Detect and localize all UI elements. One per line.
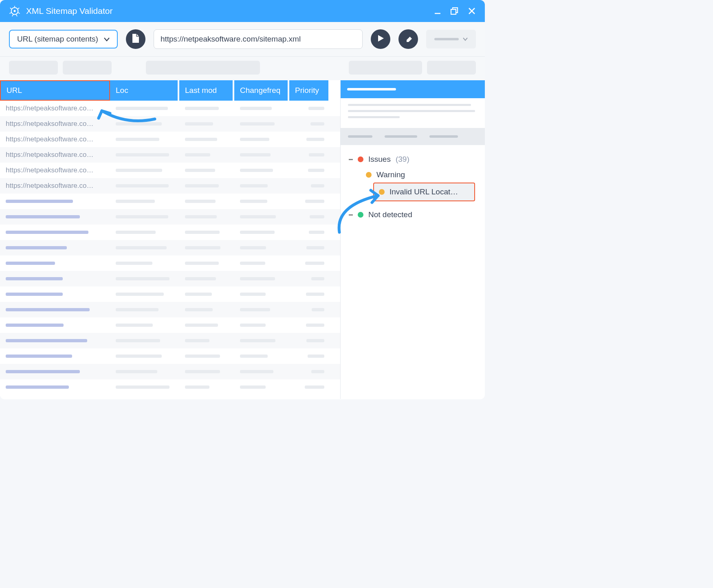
tree-node-not-detected[interactable]: Not detected	[345, 207, 481, 222]
cell-changefreq	[234, 107, 289, 110]
minimize-icon[interactable]	[433, 6, 442, 16]
table-row[interactable]	[0, 317, 340, 333]
cell-priority	[289, 215, 330, 218]
placeholder-bar	[348, 104, 471, 106]
cell-lastmod	[179, 355, 234, 358]
sidebar-tab[interactable]	[429, 135, 458, 138]
table-row[interactable]	[0, 286, 340, 302]
results-table: URL Loc Last mod Changefreq Priority htt…	[0, 80, 340, 399]
cell-url	[0, 200, 110, 203]
table-row[interactable]	[0, 209, 340, 225]
cell-url	[0, 293, 110, 296]
cell-loc	[110, 122, 179, 126]
cell-lastmod	[179, 122, 234, 126]
placeholder-bar	[434, 38, 459, 40]
filter-chip[interactable]	[427, 61, 476, 75]
cell-priority	[289, 385, 330, 389]
url-input-wrap	[154, 29, 363, 49]
cell-url: https://netpeaksoftware.co…	[0, 151, 110, 159]
table-row[interactable]: https://netpeaksoftware.co…	[0, 147, 340, 163]
column-header-url[interactable]: URL	[0, 80, 110, 101]
cell-priority	[289, 169, 330, 172]
filter-chip[interactable]	[146, 61, 260, 75]
table-row[interactable]: https://netpeaksoftware.co…	[0, 132, 340, 147]
cell-lastmod	[179, 262, 234, 265]
cell-lastmod	[179, 308, 234, 311]
cell-loc	[110, 370, 179, 373]
column-header-priority[interactable]: Priority	[289, 80, 330, 101]
filter-chip[interactable]	[9, 61, 58, 75]
cell-loc	[110, 277, 179, 280]
invalid-url-label: Invalid URL Locat…	[390, 187, 458, 196]
table-row[interactable]: https://netpeaksoftware.co…	[0, 178, 340, 194]
cell-loc	[110, 324, 179, 327]
table-row[interactable]	[0, 364, 340, 379]
cell-changefreq	[234, 231, 289, 234]
svg-line-4	[10, 8, 12, 9]
collapse-icon	[349, 159, 353, 160]
warning-label: Warning	[376, 170, 405, 179]
table-row[interactable]	[0, 225, 340, 240]
cell-url	[0, 324, 110, 327]
cell-url	[0, 262, 110, 265]
cell-priority	[289, 246, 330, 249]
cell-changefreq	[234, 138, 289, 141]
table-row[interactable]: https://netpeaksoftware.co…	[0, 116, 340, 132]
tree-node-issues[interactable]: Issues (39)	[345, 152, 481, 167]
title-bar: XML Sitemap Validator	[0, 0, 485, 22]
cell-lastmod	[179, 324, 234, 327]
maximize-icon[interactable]	[450, 6, 460, 16]
cell-priority	[289, 153, 330, 156]
cell-url	[0, 277, 110, 280]
cell-lastmod	[179, 184, 234, 187]
table-row[interactable]	[0, 240, 340, 255]
table-row[interactable]	[0, 271, 340, 286]
filter-chip[interactable]	[349, 61, 422, 75]
export-button[interactable]	[426, 30, 476, 48]
url-input[interactable]	[161, 35, 356, 44]
table-row[interactable]: https://netpeaksoftware.co…	[0, 163, 340, 178]
cell-loc	[110, 231, 179, 234]
table-row[interactable]	[0, 333, 340, 348]
svg-rect-11	[451, 9, 456, 14]
column-header-changefreq[interactable]: Changefreq	[234, 80, 289, 101]
cell-url	[0, 231, 110, 234]
cell-loc	[110, 262, 179, 265]
table-row[interactable]	[0, 348, 340, 364]
column-header-loc[interactable]: Loc	[110, 80, 179, 101]
chevron-down-icon	[463, 35, 468, 43]
cell-lastmod	[179, 293, 234, 296]
file-icon	[132, 33, 140, 45]
tree-leaf-invalid-url[interactable]: Invalid URL Locat…	[373, 183, 475, 201]
table-row[interactable]	[0, 194, 340, 209]
cell-url: https://netpeaksoftware.co…	[0, 135, 110, 143]
cell-lastmod	[179, 370, 234, 373]
svg-line-5	[18, 12, 20, 13]
cell-loc	[110, 200, 179, 203]
start-button[interactable]	[371, 29, 390, 49]
cell-changefreq	[234, 169, 289, 172]
column-header-lastmod[interactable]: Last mod	[179, 80, 234, 101]
sidebar-tab[interactable]	[385, 135, 417, 138]
filter-chip[interactable]	[63, 61, 112, 75]
cell-priority	[289, 138, 330, 141]
clear-button[interactable]	[398, 29, 418, 49]
cell-lastmod	[179, 107, 234, 110]
placeholder-bar	[347, 88, 396, 90]
table-row[interactable]	[0, 255, 340, 271]
sidebar-tab[interactable]	[348, 135, 372, 138]
mode-select[interactable]: URL (sitemap contents)	[9, 30, 118, 48]
cell-url	[0, 385, 110, 389]
cell-priority	[289, 184, 330, 187]
table-row[interactable]: https://netpeaksoftware.co…	[0, 101, 340, 116]
table-body: https://netpeaksoftware.co…https://netpe…	[0, 101, 340, 395]
table-row[interactable]	[0, 302, 340, 317]
table-row[interactable]	[0, 379, 340, 395]
file-button[interactable]	[126, 29, 145, 49]
mode-select-label: URL (sitemap contents)	[17, 35, 98, 44]
cell-priority	[289, 200, 330, 203]
tree-node-warning[interactable]: Warning	[345, 167, 481, 183]
close-icon[interactable]	[467, 6, 477, 16]
cell-loc	[110, 308, 179, 311]
cell-changefreq	[234, 200, 289, 203]
